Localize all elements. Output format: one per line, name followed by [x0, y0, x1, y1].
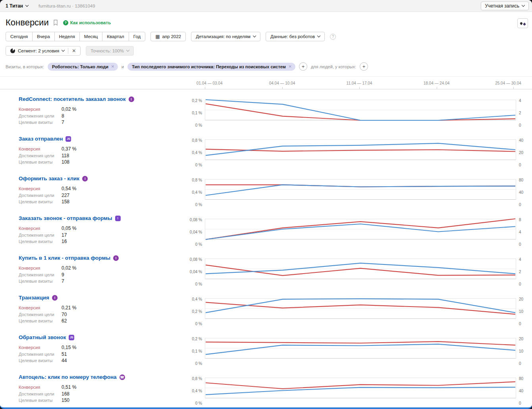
segment-clear-button[interactable]: ✕: [68, 48, 76, 54]
segment-dropdown[interactable]: Сегмент: 2 условия ✕: [6, 46, 81, 56]
detalization-dropdown[interactable]: Детализация: по неделям: [191, 32, 260, 41]
range-button-quarter[interactable]: Квартал: [102, 32, 129, 41]
how-to-use[interactable]: ? Как использовать: [63, 20, 111, 25]
metric-value: 0,15 %: [62, 344, 76, 351]
chart-plot: [205, 175, 516, 203]
bookmark-icon[interactable]: [53, 19, 58, 26]
goal-title[interactable]: RedConnect: посетитель заказал звонок: [19, 96, 126, 102]
metric-row: Целевые визиты62: [19, 318, 187, 324]
segment-pie-icon: [10, 48, 15, 53]
range-button-today[interactable]: Сегодня: [6, 32, 33, 41]
goal-title[interactable]: Транзакция: [19, 295, 49, 301]
metric-label: Целевые визиты: [19, 278, 62, 285]
chart-left-axis: 0,2 %0,1 %0 %: [187, 334, 205, 367]
account-switcher[interactable]: 1 Титан: [6, 3, 28, 9]
tick-label: 8: [519, 218, 521, 222]
range-button-month[interactable]: Месяц: [79, 32, 103, 41]
chip-remove-icon[interactable]: ✕: [289, 64, 292, 69]
chart-plot: [205, 135, 516, 163]
range-button-week[interactable]: Неделя: [54, 32, 80, 41]
goal-title-row: Заказать звонок - отправка формы!: [19, 215, 187, 221]
goal-info: Заказать звонок - отправка формы!Конверс…: [0, 215, 187, 248]
goal-info: Автоцель: клик по номеру телефона☎Конвер…: [0, 374, 187, 407]
square-js-icon: JS: [69, 335, 74, 340]
metric-label: Конверсия: [19, 344, 62, 351]
chart-left-axis: 0,4 %0,2 %0 %: [187, 294, 205, 328]
tick-label: 0,4 %: [192, 150, 202, 155]
chevron-down-icon: [522, 3, 525, 6]
date-label: 04.04 — 10.04: [269, 81, 295, 85]
chart-right-axis: 20100: [516, 334, 532, 367]
tick-label: 4: [519, 98, 521, 103]
tick-label: 40: [519, 190, 523, 195]
metric-value: 16: [62, 238, 67, 245]
goal-title[interactable]: Купить в 1 клик - отправка формы: [19, 255, 110, 261]
and-label: и: [121, 64, 124, 69]
tick-label: 2: [519, 111, 521, 115]
filter-chip-robots[interactable]: Роботность: Только люди ✕: [48, 63, 118, 71]
goal-title[interactable]: Оформить заказ - клик: [19, 176, 79, 181]
goal-title[interactable]: Заказать звонок - отправка формы: [19, 215, 112, 221]
data-mode-dropdown[interactable]: Данные: без роботов: [266, 32, 325, 41]
metric-row: Целевые визиты108: [19, 159, 187, 166]
goal-title[interactable]: Заказ отправлен: [19, 136, 63, 142]
goal-info: Заказ отправленJSКонверсия0,37 %Достижен…: [0, 136, 187, 169]
help-circle-icon[interactable]: ?: [330, 34, 336, 40]
tick-label: 0: [519, 401, 521, 405]
tick-label: 0,8 %: [192, 376, 202, 381]
filter-chip-source[interactable]: Тип последнего значимого источника: Пере…: [127, 63, 295, 71]
metric-row: Целевые визиты7: [19, 119, 187, 126]
topbar: 1 Титан furnitura-titan.ru · 13861049 Уч…: [0, 0, 532, 12]
calendar-button[interactable]: ▦ апр 2022: [150, 32, 186, 41]
add-people-filter-button[interactable]: +: [360, 62, 368, 71]
metric-row: Достижения цели70: [19, 311, 187, 318]
tick-label: 0,08 %: [190, 257, 202, 262]
metric-label: Конверсия: [19, 225, 62, 232]
metric-value: 17: [62, 232, 67, 239]
chart-right-axis: 20100: [516, 294, 532, 328]
chevron-down-icon: [126, 48, 129, 52]
date-label: 18.04 — 24.04: [424, 81, 450, 85]
counter-label: furnitura-titan.ru · 13861049: [39, 4, 95, 8]
goal-row: Транзакция!Конверсия0,21 %Достижения цел…: [0, 288, 532, 328]
metric-label: Достижения цели: [19, 391, 62, 397]
tick-label: 0: [519, 203, 521, 207]
range-button-yesterday[interactable]: Вчера: [32, 32, 54, 41]
goal-chart: 0,8 %0,4 %0 %80400: [187, 374, 532, 407]
accuracy-dropdown[interactable]: Точность: 100%: [86, 46, 134, 56]
tick-label: 0: [519, 322, 521, 326]
chart-right-axis: 420: [516, 255, 532, 288]
goal-title[interactable]: Обратный звонок: [19, 334, 66, 340]
goal-info: Обратный звонокJSКонверсия0,15 %Достижен…: [0, 334, 187, 367]
metric-value: 51: [62, 351, 67, 358]
add-visit-filter-button[interactable]: +: [299, 62, 307, 71]
circle-exclaim-icon: !: [52, 295, 58, 301]
date-label: 25.04 — 30.04: [495, 81, 521, 85]
goal-title-row: RedConnect: посетитель заказал звонок!: [19, 96, 187, 102]
tick-label: 0,2 %: [192, 98, 202, 103]
tick-label: 0,8 %: [192, 138, 202, 143]
metric-label: Достижения цели: [19, 272, 62, 278]
goal-title[interactable]: Автоцель: клик по номеру телефона: [19, 374, 117, 380]
metric-value: 0,54 %: [62, 185, 76, 192]
square-js-icon: JS: [66, 136, 71, 142]
tick-label: 0,2 %: [192, 337, 202, 341]
metric-value: 0,05 %: [62, 225, 76, 232]
chip-remove-icon[interactable]: ✕: [111, 64, 114, 69]
metric-row: Конверсия0,15 %: [19, 344, 187, 351]
tick-label: 0,4 %: [192, 297, 202, 301]
metric-value: 70: [62, 311, 67, 318]
chart-left-axis: 0,08 %0,04 %0 %: [187, 215, 205, 248]
metric-label: Конверсия: [19, 305, 62, 311]
header: Конверсии ? Как использовать: [0, 12, 532, 29]
compare-button[interactable]: [517, 18, 528, 28]
range-button-year[interactable]: Год: [129, 32, 145, 41]
goal-chart: 0,8 %0,4 %0 %80400: [187, 175, 532, 208]
chart-left-axis: 0,08 %0,04 %0 %: [187, 255, 205, 288]
chevron-down-icon: [62, 48, 65, 52]
tick-label: 0,04 %: [190, 270, 202, 274]
metric-row: Целевые визиты158: [19, 199, 187, 205]
metric-value: 0,02 %: [62, 265, 76, 272]
metric-row: Целевые визиты150: [19, 397, 187, 404]
account-menu-button[interactable]: Учетная запись: [481, 2, 529, 10]
